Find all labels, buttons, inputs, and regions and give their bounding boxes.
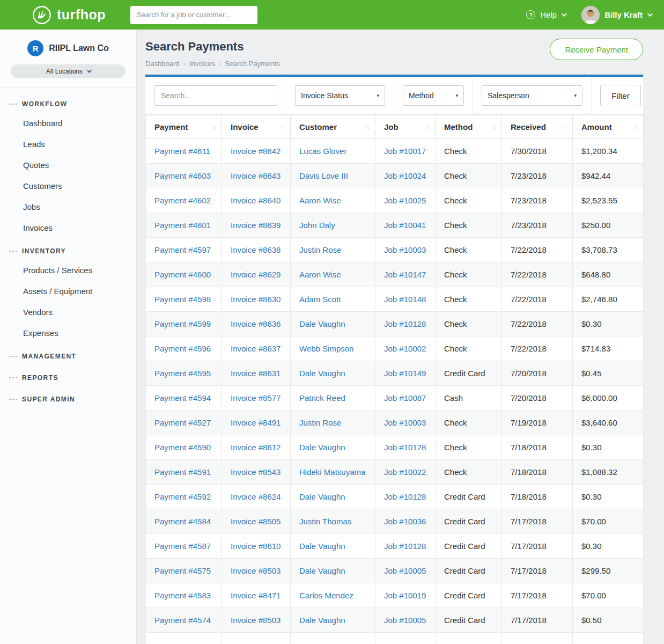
payment-link[interactable]: Payment #4603 (154, 171, 211, 180)
sort-icon[interactable]: ↑↓ (492, 124, 496, 130)
invoice-link[interactable]: Invoice #8503 (231, 566, 281, 575)
job-link[interactable]: Job #10003 (384, 245, 426, 254)
column-header-received[interactable]: Received↑↓ (502, 115, 573, 139)
invoice-link[interactable]: Invoice #8471 (231, 591, 281, 600)
job-link[interactable]: Job #10128 (384, 541, 426, 551)
customer-link[interactable]: Patrick Reed (299, 393, 345, 402)
customer-link[interactable]: Aaron Wise (299, 270, 341, 279)
sort-icon[interactable]: ↑↓ (365, 124, 370, 130)
invoice-link[interactable]: Invoice #8624 (231, 492, 281, 501)
customer-link[interactable]: Adam Scott (299, 295, 341, 304)
job-link[interactable]: Job #10003 (384, 418, 426, 427)
invoice-link[interactable]: Invoice #8637 (231, 344, 281, 353)
locations-dropdown[interactable]: All Locations (11, 64, 126, 78)
job-link[interactable]: Job #10087 (384, 393, 426, 402)
customer-link[interactable]: Carlos Mendez (299, 591, 353, 600)
filter-button[interactable]: Filter (600, 85, 641, 106)
invoice-link[interactable]: Invoice #8638 (231, 245, 281, 254)
sidebar-item-customers[interactable]: Customers (0, 175, 136, 196)
brand-logo[interactable]: turfhop (32, 5, 106, 25)
invoice-link[interactable]: Invoice #8642 (231, 147, 281, 156)
column-header-invoice[interactable]: Invoice↑↓ (222, 115, 291, 139)
column-header-amount[interactable]: Amount↑↓ (573, 115, 644, 139)
customer-link[interactable]: Dale Vaughn (299, 443, 345, 452)
job-link[interactable]: Job #10128 (384, 319, 426, 328)
global-search-input[interactable] (130, 6, 257, 24)
invoice-link[interactable]: Invoice #8505 (231, 517, 281, 526)
breadcrumb-item-invoices[interactable]: Invoices (189, 60, 215, 68)
invoice-status-select[interactable]: Invoice Status ▾ (295, 85, 385, 106)
column-header-customer[interactable]: Customer↑↓ (291, 115, 375, 139)
sidebar-item-dashboard[interactable]: Dashboard (0, 113, 136, 134)
job-link[interactable]: Job #10024 (384, 171, 426, 180)
breadcrumb-item-dashboard[interactable]: Dashboard (145, 60, 180, 68)
job-link[interactable]: Job #10149 (384, 369, 426, 378)
invoice-link[interactable]: Invoice #8491 (231, 418, 281, 427)
job-link[interactable]: Job #10005 (384, 566, 426, 575)
sidebar-item-assets-equipment[interactable]: Assets / Equipment (0, 281, 136, 302)
invoice-link[interactable]: Invoice #8577 (231, 393, 281, 402)
customer-link[interactable]: Davis Love III (299, 171, 348, 180)
invoice-link[interactable]: Invoice #8643 (231, 171, 281, 180)
job-link[interactable]: Job #10036 (384, 517, 426, 526)
sidebar-item-invoices[interactable]: Invoices (0, 217, 136, 238)
sort-icon[interactable]: ↑↓ (425, 124, 430, 130)
invoice-link[interactable]: Invoice #8640 (231, 196, 281, 205)
job-link[interactable]: Job #10017 (384, 147, 426, 156)
payment-link[interactable]: Payment #4597 (154, 245, 211, 254)
receive-payment-button[interactable]: Receive Payment (550, 39, 643, 60)
payment-link[interactable]: Payment #4595 (154, 369, 211, 378)
job-link[interactable]: Job #10005 (384, 616, 426, 625)
payment-link[interactable]: Payment #4596 (154, 344, 211, 353)
payment-link[interactable]: Payment #4599 (154, 319, 211, 328)
sort-icon[interactable]: ↑↓ (633, 124, 638, 130)
customer-link[interactable]: Justin Rose (299, 245, 341, 254)
sort-icon[interactable]: ↑↓ (212, 124, 216, 130)
sidebar-item-products-services[interactable]: Products / Services (0, 260, 136, 281)
column-header-job[interactable]: Job↑↓ (375, 115, 436, 139)
job-link[interactable]: Job #10025 (384, 196, 426, 205)
payment-link[interactable]: Payment #4587 (154, 541, 211, 551)
customer-link[interactable]: Hideki Matsuyama (299, 467, 365, 477)
sort-icon[interactable]: ↑↓ (281, 124, 285, 130)
payment-link[interactable]: Payment #4590 (154, 443, 211, 452)
customer-link[interactable]: Lucas Glover (299, 147, 346, 156)
invoice-link[interactable]: Invoice #8629 (231, 270, 281, 279)
invoice-link[interactable]: Invoice #8610 (231, 541, 281, 551)
job-link[interactable]: Job #10041 (384, 221, 426, 230)
customer-link[interactable]: Dale Vaughn (299, 369, 345, 378)
invoice-link[interactable]: Invoice #8630 (231, 295, 281, 304)
payment-link[interactable]: Payment #4602 (154, 196, 211, 205)
invoice-link[interactable]: Invoice #8636 (231, 319, 281, 328)
job-link[interactable]: Job #10002 (384, 344, 426, 353)
job-link[interactable]: Job #10148 (384, 295, 426, 304)
customer-link[interactable]: Aaron Wise (299, 196, 341, 205)
customer-link[interactable]: Dale Vaughn (299, 616, 345, 625)
payment-link[interactable]: Payment #4600 (154, 270, 211, 279)
sidebar-item-quotes[interactable]: Quotes (0, 155, 136, 175)
customer-link[interactable]: John Daly (299, 221, 335, 230)
column-header-method[interactable]: Method↑↓ (436, 115, 502, 139)
column-header-payment[interactable]: Payment↑↓ (146, 115, 222, 139)
invoice-link[interactable]: Invoice #8543 (231, 467, 281, 477)
job-link[interactable]: Job #10128 (384, 492, 426, 501)
payment-link[interactable]: Payment #4591 (154, 467, 211, 477)
invoice-link[interactable]: Invoice #8612 (231, 443, 281, 452)
job-link[interactable]: Job #10019 (384, 591, 426, 600)
sidebar-item-vendors[interactable]: Vendors (0, 302, 136, 323)
job-link[interactable]: Job #10147 (384, 270, 426, 279)
payment-link[interactable]: Payment #4583 (154, 591, 211, 600)
payment-link[interactable]: Payment #4594 (154, 393, 211, 402)
customer-link[interactable]: Webb Simpson (299, 344, 353, 353)
method-select[interactable]: Method ▾ (403, 85, 464, 106)
user-menu[interactable]: Billy Kraft (581, 6, 651, 24)
job-link[interactable]: Job #10128 (384, 443, 426, 452)
payment-link[interactable]: Payment #4527 (154, 418, 211, 427)
sort-icon[interactable]: ↑↓ (563, 124, 567, 130)
payment-link[interactable]: Payment #4584 (154, 517, 211, 526)
invoice-link[interactable]: Invoice #8639 (231, 221, 281, 230)
customer-link[interactable]: Dale Vaughn (299, 319, 345, 328)
payment-link[interactable]: Payment #4575 (154, 566, 211, 575)
customer-link[interactable]: Dale Vaughn (299, 541, 345, 551)
payments-search-input[interactable] (154, 85, 277, 106)
